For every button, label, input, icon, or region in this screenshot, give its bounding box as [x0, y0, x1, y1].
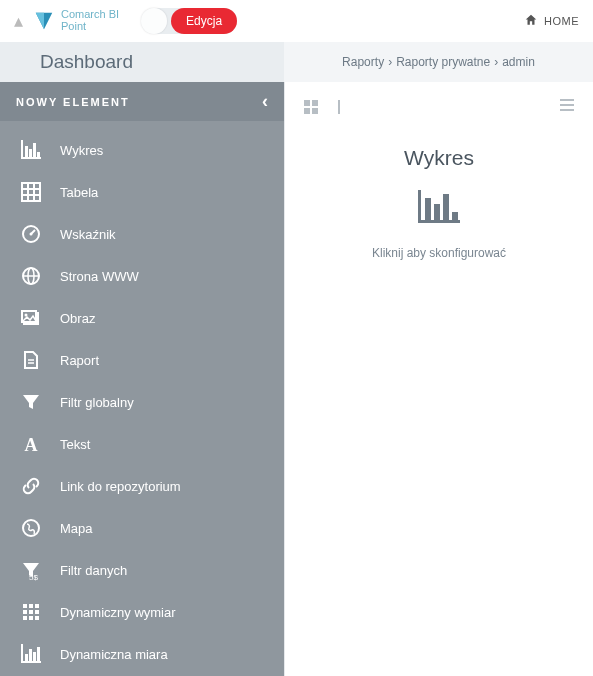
- svg-rect-44: [312, 108, 318, 114]
- sidebar-item-label: Dynamiczny wymiar: [60, 605, 176, 620]
- sidebar-title: NOWY ELEMENT: [16, 96, 130, 108]
- sidebar-item[interactable]: Dynamiczny wymiar: [0, 591, 284, 633]
- svg-rect-29: [23, 610, 27, 614]
- table-icon: [20, 181, 42, 203]
- hamburger-icon[interactable]: [559, 99, 575, 116]
- divider-icon[interactable]: [331, 99, 347, 115]
- grid-view-icon[interactable]: [303, 99, 319, 115]
- breadcrumb-sep: ›: [388, 55, 392, 69]
- sidebar-item-label: Filtr danych: [60, 563, 127, 578]
- svg-rect-31: [35, 610, 39, 614]
- svg-rect-27: [29, 604, 33, 608]
- grid-dots-icon: [20, 601, 42, 623]
- sidebar-item[interactable]: Strona WWW: [0, 255, 284, 297]
- svg-rect-26: [23, 604, 27, 608]
- sidebar-header[interactable]: NOWY ELEMENT ‹: [0, 82, 284, 121]
- svg-rect-33: [29, 616, 33, 620]
- images-icon: [20, 307, 42, 329]
- sidebar-item[interactable]: Wskaźnik: [0, 213, 284, 255]
- sidebar-item-label: Raport: [60, 353, 99, 368]
- svg-rect-6: [33, 143, 36, 157]
- brand-text: Comarch BI Point: [61, 9, 119, 32]
- sidebar-item[interactable]: Mapa: [0, 507, 284, 549]
- widget-hint: Kliknij aby skonfigurować: [285, 246, 593, 260]
- svg-rect-5: [29, 149, 32, 157]
- breadcrumb-item[interactable]: Raporty prywatne: [396, 55, 490, 69]
- sidebar: NOWY ELEMENT ‹ WykresTabelaWskaźnikStron…: [0, 82, 284, 676]
- globe2-icon: [20, 517, 42, 539]
- page-title-wrap: Dashboard: [0, 42, 284, 82]
- globe-icon: [20, 265, 42, 287]
- svg-rect-50: [418, 190, 421, 223]
- svg-rect-41: [304, 100, 310, 106]
- svg-rect-8: [22, 183, 40, 201]
- svg-rect-36: [21, 644, 23, 663]
- funnel-data-icon: 5$: [20, 559, 42, 581]
- breadcrumb-item[interactable]: admin: [502, 55, 535, 69]
- brand-logo[interactable]: Comarch BI Point: [33, 9, 119, 32]
- svg-rect-38: [29, 649, 32, 661]
- sidebar-item-label: Mapa: [60, 521, 93, 536]
- svg-rect-46: [560, 99, 574, 101]
- svg-rect-4: [25, 146, 28, 157]
- chart-bars-icon: [20, 139, 42, 161]
- topbar-left: ▴ Comarch BI Point Edycja: [14, 8, 524, 34]
- text-a-icon: A: [20, 433, 42, 455]
- svg-rect-39: [33, 652, 36, 661]
- chevron-left-icon: ‹: [262, 91, 270, 112]
- gauge-icon: [20, 223, 42, 245]
- breadcrumb: Raporty › Raporty prywatne › admin: [284, 42, 593, 82]
- sidebar-item[interactable]: 5$Filtr danych: [0, 549, 284, 591]
- svg-rect-51: [425, 198, 431, 220]
- svg-text:A: A: [25, 435, 38, 454]
- svg-rect-32: [23, 616, 27, 620]
- sidebar-item-label: Filtr globalny: [60, 395, 134, 410]
- sidebar-item[interactable]: Obraz: [0, 297, 284, 339]
- sidebar-item[interactable]: Link do repozytorium: [0, 465, 284, 507]
- home-icon: [524, 13, 538, 30]
- svg-rect-47: [560, 104, 574, 106]
- brand-line2: Point: [61, 21, 119, 33]
- sidebar-item[interactable]: Tabela: [0, 171, 284, 213]
- sidebar-item-label: Tekst: [60, 437, 90, 452]
- home-link[interactable]: HOME: [524, 13, 579, 30]
- svg-point-25: [23, 520, 39, 536]
- sidebar-item-label: Wykres: [60, 143, 103, 158]
- sidebar-item[interactable]: Filtr globalny: [0, 381, 284, 423]
- breadcrumb-item[interactable]: Raporty: [342, 55, 384, 69]
- sidebar-item-label: Strona WWW: [60, 269, 139, 284]
- logo-mark-icon: [33, 10, 55, 32]
- page-title: Dashboard: [40, 51, 133, 73]
- svg-rect-30: [29, 610, 33, 614]
- svg-rect-42: [312, 100, 318, 106]
- sidebar-item-label: Wskaźnik: [60, 227, 116, 242]
- svg-rect-48: [560, 109, 574, 111]
- toggle-active-label-wrap: Edycja: [171, 8, 237, 34]
- chart-bars-icon: [418, 190, 460, 224]
- svg-rect-35: [21, 661, 41, 663]
- mode-toggle[interactable]: Edycja: [141, 8, 237, 34]
- svg-rect-54: [452, 212, 458, 220]
- sidebar-item[interactable]: Dynamiczna miara: [0, 633, 284, 675]
- toggle-knob: [141, 8, 167, 34]
- topbar: ▴ Comarch BI Point Edycja HOME: [0, 0, 593, 42]
- svg-rect-37: [25, 654, 28, 661]
- chart-widget-placeholder[interactable]: Wykres Kliknij aby skonfigurować: [285, 146, 593, 260]
- chart-bars2-icon: [20, 643, 42, 665]
- sidebar-item[interactable]: Wykres: [0, 129, 284, 171]
- svg-rect-53: [443, 194, 449, 220]
- svg-point-15: [30, 233, 33, 236]
- icon-subscript: 5$: [29, 573, 38, 582]
- subheader: Dashboard Raporty › Raporty prywatne › a…: [0, 42, 593, 82]
- svg-rect-49: [418, 220, 460, 223]
- sidebar-item-label: Dynamiczna miara: [60, 647, 168, 662]
- svg-rect-28: [35, 604, 39, 608]
- collapse-caret-icon[interactable]: ▴: [14, 10, 23, 32]
- link-icon: [20, 475, 42, 497]
- home-label: HOME: [544, 15, 579, 27]
- sidebar-item[interactable]: ATekst: [0, 423, 284, 465]
- sidebar-item[interactable]: Raport: [0, 339, 284, 381]
- sidebar-item-label: Obraz: [60, 311, 95, 326]
- svg-rect-45: [338, 100, 340, 114]
- svg-rect-34: [35, 616, 39, 620]
